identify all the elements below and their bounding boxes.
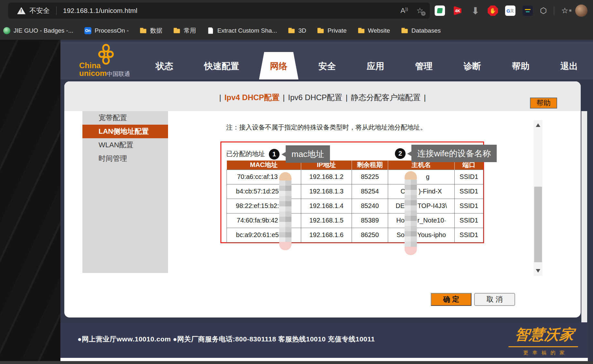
- confirm-button[interactable]: 确 定: [431, 293, 471, 306]
- bookmark-item[interactable]: Website: [358, 27, 390, 34]
- table-cell: 192.168.1.2: [301, 170, 352, 184]
- tab-label: 应用: [367, 61, 384, 71]
- annotation-badge-2: 2: [395, 148, 406, 159]
- url-text[interactable]: 192.168.1.1/unicom.html: [63, 7, 137, 15]
- table-cell: 192.168.1.6: [301, 228, 352, 242]
- bookmark-item[interactable]: JIE GUO - Badges -...: [3, 27, 73, 34]
- not-secure-label: 不安全: [29, 6, 50, 15]
- extensions-puzzle-icon[interactable]: ⬡: [540, 6, 547, 15]
- bookmark-label: 常用: [184, 26, 196, 35]
- address-bar[interactable]: 不安全 192.168.1.1/unicom.html A)) ☆+: [8, 3, 430, 19]
- bookmark-label: ProcessOn -: [95, 27, 129, 34]
- table-cell: 85389: [352, 213, 388, 228]
- folder-icon: [173, 27, 180, 34]
- footer-info-line: ●网上营业厅www.10010.com ●网关厂商服务电话:800-830111…: [78, 335, 375, 344]
- sidebar-item-宽带配置[interactable]: 宽带配置: [82, 111, 168, 125]
- bookmark-label: Extract Custom Sha...: [217, 27, 277, 34]
- table-cell: 86250: [352, 228, 388, 242]
- translate-extension-icon[interactable]: G文: [505, 5, 515, 16]
- note-text: 注：接入设备不属于指定的特殊设备类型时，将从此地址池分配地址。: [226, 123, 427, 132]
- read-aloud-icon[interactable]: A)): [400, 6, 408, 15]
- bookmark-label: JIE GUO - Badges -...: [14, 27, 73, 34]
- tab-应用[interactable]: 应用: [363, 53, 388, 79]
- subnav: |Ipv4 DHCP配置|Ipv6 DHCP配置|静态分配客户端配置|: [64, 92, 581, 103]
- bookmark-item[interactable]: Databases: [401, 27, 441, 34]
- page-background-left: [0, 40, 60, 364]
- window-bottom-edge: [0, 361, 593, 364]
- folder-icon: [401, 27, 408, 34]
- sidebar-item-WLAN配置[interactable]: WLAN配置: [82, 138, 168, 152]
- download-extension-icon[interactable]: ⬇: [470, 5, 481, 16]
- content-scrollbar[interactable]: [534, 120, 543, 276]
- bookmark-label: Private: [327, 27, 346, 34]
- tab-快速配置[interactable]: 快速配置: [200, 53, 243, 79]
- bookmark-item[interactable]: Private: [317, 27, 346, 34]
- subnav-item[interactable]: 静态分配客户端配置: [351, 93, 421, 102]
- footer-white-strip: [60, 358, 588, 361]
- folder-icon: [358, 27, 365, 34]
- scrollbar-thumb[interactable]: [534, 187, 542, 262]
- subnav-separator: |: [345, 93, 347, 102]
- column-header: 剩余租期: [352, 161, 388, 170]
- table-cell: 192.168.1.3: [301, 184, 352, 199]
- tab-label: 帮助: [512, 61, 529, 71]
- bookmark-item[interactable]: Extract Custom Sha...: [207, 27, 277, 34]
- table-cell: 85225: [352, 170, 388, 184]
- dhcp-clients-table: MAC地址IP地址剩余租期主机名端口 70:a6:cc:af:13192.168…: [227, 161, 483, 243]
- table-cell: g: [388, 170, 455, 184]
- bookmark-item[interactable]: 数据: [140, 26, 162, 35]
- subnav-separator: |: [219, 93, 221, 102]
- table-cell: SSID1: [455, 213, 483, 228]
- sidebar-item-LAN侧地址配置[interactable]: LAN侧地址配置: [82, 125, 168, 138]
- tab-退出[interactable]: 退出: [556, 53, 582, 79]
- bookmark-item[interactable]: 3D: [288, 27, 306, 34]
- tab-label: 退出: [560, 61, 578, 71]
- tab-安全[interactable]: 安全: [314, 53, 340, 79]
- subnav-separator: |: [424, 93, 426, 102]
- scroll-up-arrow[interactable]: [536, 123, 540, 127]
- adblock-extension-icon[interactable]: ✋: [488, 5, 498, 16]
- table-cell: Hor_Note10·: [388, 213, 455, 228]
- tab-帮助[interactable]: 帮助: [508, 53, 533, 79]
- subnav-item[interactable]: Ipv6 DHCP配置: [288, 93, 342, 102]
- router-footer: ●网上营业厅www.10010.com ●网关厂商服务电话:800-830111…: [60, 322, 588, 358]
- folder-icon: [140, 27, 147, 34]
- sidebar-item-时间管理[interactable]: 时间管理: [82, 152, 168, 165]
- tab-label: 状态: [156, 61, 173, 71]
- bookmark-item[interactable]: 常用: [173, 26, 196, 35]
- add-favorite-icon[interactable]: ☆+: [416, 6, 423, 15]
- annotation-badge-1: 1: [269, 149, 280, 160]
- toolbar-divider: [554, 6, 554, 15]
- table-cell: 192.168.1.5: [301, 213, 352, 228]
- badge-icon: [3, 27, 10, 34]
- help-button[interactable]: 帮助: [530, 98, 557, 109]
- subnav-item[interactable]: Ipv4 DHCP配置: [224, 93, 280, 102]
- table-row: 74:60:fa:9b:42192.168.1.585389Hor_Note10…: [227, 213, 483, 228]
- tab-管理[interactable]: 管理: [411, 53, 437, 79]
- table-row: bc:a9:20:61:e5192.168.1.686250SoYous-iph…: [227, 228, 483, 242]
- router-header: China unicom中国联通 状态快速配置网络安全应用管理诊断帮助退出: [60, 42, 593, 79]
- bookmark-label: Databases: [411, 27, 441, 34]
- china-unicom-logo: China unicom中国联通: [79, 44, 141, 78]
- tab-label: 快速配置: [204, 61, 239, 71]
- tab-label: 诊断: [464, 61, 481, 71]
- table-cell: SSID1: [455, 170, 483, 184]
- tab-状态[interactable]: 状态: [152, 53, 177, 79]
- tab-诊断[interactable]: 诊断: [460, 53, 485, 79]
- scroll-down-arrow[interactable]: [536, 269, 540, 273]
- bookmarks-bar: JIE GUO - Badges -...OnProcessOn -数据常用Ex…: [0, 21, 593, 40]
- table-title: 已分配的地址: [226, 150, 265, 158]
- bookmark-item[interactable]: OnProcessOn -: [84, 27, 129, 34]
- tab-label: 网络: [270, 61, 288, 71]
- notes-extension-icon[interactable]: [435, 5, 445, 16]
- 4k-downloader-extension-icon[interactable]: 4K: [452, 5, 463, 16]
- dark-reader-extension-icon[interactable]: [523, 5, 533, 16]
- table-row: 70:a6:cc:af:13192.168.1.285225gSSID1: [227, 170, 483, 184]
- profile-avatar[interactable]: [575, 5, 588, 17]
- table-cell: SoYous-ipho: [388, 228, 455, 242]
- favorites-list-icon[interactable]: ☆≡: [561, 6, 568, 15]
- cancel-button[interactable]: 取 消: [474, 293, 515, 306]
- annotation-tooltip-device: 连接wife的设备名称: [411, 145, 497, 162]
- tab-网络[interactable]: 网络: [266, 53, 291, 79]
- table-cell: DETOP-I4J3\: [388, 199, 455, 213]
